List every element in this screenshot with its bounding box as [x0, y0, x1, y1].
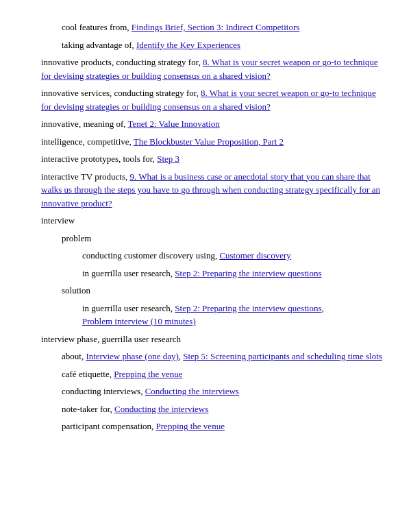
entry-text: interview: [41, 215, 75, 226]
link-prepping-venue-2[interactable]: Prepping the venue: [156, 421, 225, 431]
link-step2-solution[interactable]: Step 2: Preparing the interview question…: [175, 303, 321, 313]
entry-text: intelligence, competitive,: [41, 136, 134, 147]
entry-customer-discovery: conducting customer discovery using, Cus…: [41, 249, 384, 263]
comma-separator: ,: [321, 303, 323, 313]
entry-interactive-tv: interactive TV products, 9. What is a bu…: [41, 170, 384, 210]
entry-conducting-interviews: conducting interviews, Conducting the in…: [41, 385, 384, 398]
link-identify-key[interactable]: Identify the Key Experiences: [136, 40, 240, 50]
entry-solution-guerrilla: in guerrilla user research, Step 2: Prep…: [41, 302, 384, 328]
entry-innovative-products: innovative products, conducting strategy…: [41, 56, 384, 82]
link-conducting-interviews-2[interactable]: Conducting the interviews: [114, 404, 208, 414]
link-step3[interactable]: Step 3: [157, 154, 179, 164]
entry-text: interview phase, guerrilla user research: [41, 334, 181, 344]
entry-text: conducting interviews,: [62, 386, 145, 396]
entry-text: in guerrilla user research,: [82, 303, 175, 313]
entry-innovative-services: innovative services, conducting strategy…: [41, 86, 384, 113]
entry-participant-compensation: participant compensation, Prepping the v…: [41, 420, 384, 433]
entry-cool-features: cool features from, Findings Brief, Sect…: [41, 21, 384, 34]
entry-text: café etiquette,: [62, 369, 114, 379]
entry-taking-advantage: taking advantage of, Identify the Key Ex…: [41, 38, 384, 52]
index-content: cool features from, Findings Brief, Sect…: [41, 21, 384, 433]
link-prepping-venue-1[interactable]: Prepping the venue: [114, 369, 182, 379]
entry-text: note-taker for,: [62, 404, 114, 414]
entry-text: interactive TV products,: [41, 171, 130, 182]
entry-text: taking advantage of,: [62, 40, 136, 50]
link-conducting-interviews[interactable]: Conducting the interviews: [145, 386, 239, 396]
link-step5-screening[interactable]: Step 5: Screening participants and sched…: [183, 351, 382, 361]
entry-text: cool features from,: [62, 22, 132, 32]
link-interview-phase-one-day[interactable]: Interview phase (one day): [86, 351, 178, 361]
link-step2-interview[interactable]: Step 2: Preparing the interview question…: [175, 268, 321, 278]
link-blockbuster[interactable]: The Blockbuster Value Proposition, Part …: [134, 136, 284, 147]
entry-text: in guerrilla user research,: [82, 268, 175, 278]
entry-text: about,: [62, 351, 86, 361]
entry-interview-label: interview: [41, 214, 384, 228]
entry-interview-phase-label: interview phase, guerrilla user research: [41, 332, 384, 346]
link-problem-interview[interactable]: Problem interview (10 minutes): [82, 316, 196, 326]
link-value-innovation[interactable]: Tenet 2: Value Innovation: [127, 119, 219, 129]
entry-guerrilla-step2: in guerrilla user research, Step 2: Prep…: [41, 267, 384, 280]
entry-text: problem: [62, 233, 91, 243]
link-findings-brief[interactable]: Findings Brief, Section 3: Indirect Comp…: [132, 22, 300, 32]
entry-innovative-meaning: innovative, meaning of, Tenet 2: Value I…: [41, 117, 384, 131]
link-customer-discovery[interactable]: Customer discovery: [219, 250, 290, 261]
entry-note-taker: note-taker for, Conducting the interview…: [41, 402, 384, 416]
entry-text: solution: [62, 285, 90, 295]
entry-text: innovative products, conducting strategy…: [41, 57, 203, 67]
entry-problem-label: problem: [41, 232, 384, 245]
entry-text: interactive prototypes, tools for,: [41, 154, 157, 164]
entry-text: conducting customer discovery using,: [82, 250, 219, 261]
entry-text: participant compensation,: [62, 421, 156, 431]
entry-cafe-etiquette: café etiquette, Prepping the venue: [41, 367, 384, 381]
entry-about-interview: about, Interview phase (one day), Step 5…: [41, 350, 384, 363]
entry-solution-label: solution: [41, 284, 384, 298]
entry-intelligence-competitive: intelligence, competitive, The Blockbust…: [41, 135, 384, 149]
entry-text: innovative, meaning of,: [41, 119, 127, 129]
entry-interactive-prototypes: interactive prototypes, tools for, Step …: [41, 152, 384, 166]
entry-text: innovative services, conducting strategy…: [41, 88, 201, 98]
